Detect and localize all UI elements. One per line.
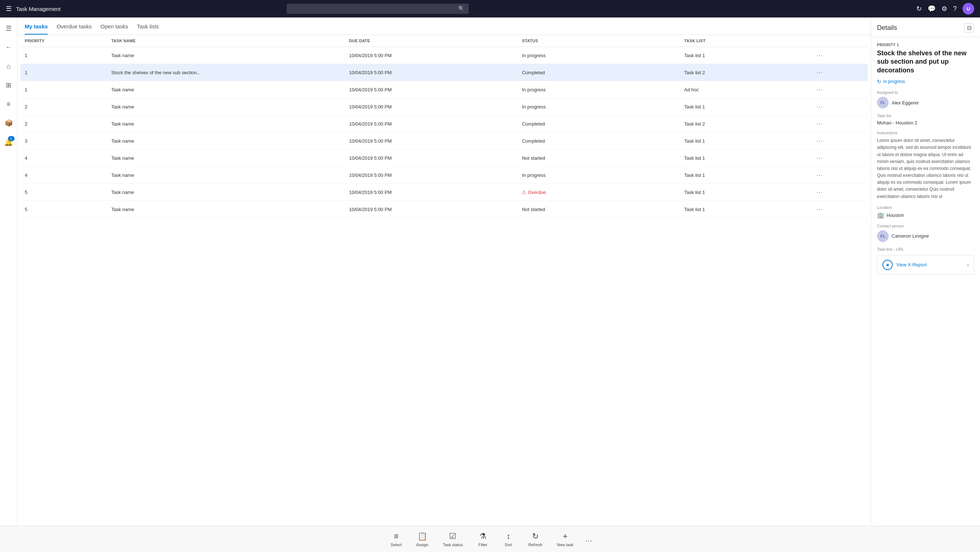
row-name: Task name bbox=[107, 167, 345, 184]
row-menu-cell: ⋯ bbox=[810, 167, 868, 184]
row-task-list: Task list 1 bbox=[680, 167, 809, 184]
row-name: Task name bbox=[107, 115, 345, 132]
row-menu-button[interactable]: ⋯ bbox=[814, 188, 825, 197]
row-due-date: 10/04/2019 5:00 PM bbox=[345, 132, 517, 150]
task-panel: My tasks Overdue tasks Open tasks Task l… bbox=[18, 17, 871, 526]
col-header-priority: PRIORITY bbox=[21, 35, 107, 47]
row-menu-button[interactable]: ⋯ bbox=[814, 102, 825, 111]
table-row[interactable]: 4Task name10/04/2019 5:00 PMNot startedT… bbox=[21, 150, 868, 167]
table-row[interactable]: 3Task name10/04/2019 5:00 PMCompletedTas… bbox=[21, 132, 868, 150]
view-report-label: View X-Report bbox=[896, 262, 927, 267]
task-list-value: Mohan - Houston 2 bbox=[877, 120, 974, 126]
row-status: In progress bbox=[517, 81, 680, 98]
row-due-date: 10/04/2019 5:00 PM bbox=[345, 64, 517, 81]
row-name: Task name bbox=[107, 201, 345, 218]
row-menu-cell: ⋯ bbox=[810, 150, 868, 167]
toolbar-refresh[interactable]: ↻ Refresh bbox=[521, 529, 550, 550]
row-priority: 2 bbox=[21, 98, 107, 115]
table-row[interactable]: 5Task name10/04/2019 5:00 PM⚠OverdueTask… bbox=[21, 184, 868, 201]
sidebar-notification[interactable]: 🔔 bbox=[2, 135, 15, 148]
search-input[interactable] bbox=[287, 4, 469, 14]
bottom-toolbar: ≡ Select 📋 Assign ☑ Task status ⚗ Filter… bbox=[0, 526, 980, 552]
row-priority: 3 bbox=[21, 132, 107, 150]
avatar[interactable]: U bbox=[963, 3, 974, 14]
sidebar-apps[interactable]: ⊞ bbox=[2, 79, 15, 92]
instructions-label: Instructions bbox=[877, 130, 974, 135]
details-priority-label: PRIORITY 1 bbox=[877, 43, 974, 47]
details-title: Details bbox=[877, 24, 897, 32]
table-row[interactable]: 5Task name10/04/2019 5:00 PMNot startedT… bbox=[21, 201, 868, 218]
refresh-icon[interactable]: ↻ bbox=[916, 5, 922, 13]
row-status: ⚠Overdue bbox=[517, 184, 680, 201]
toolbar-more[interactable]: … bbox=[581, 532, 597, 546]
tab-overdue-tasks[interactable]: Overdue tasks bbox=[56, 23, 92, 35]
row-status: Completed bbox=[517, 115, 680, 132]
assigned-to-label: Assigned to bbox=[877, 90, 974, 95]
sidebar-hamburger[interactable]: ☰ bbox=[2, 22, 15, 35]
chevron-right-icon: › bbox=[967, 262, 969, 267]
sidebar-list[interactable]: ≡ bbox=[2, 97, 15, 111]
row-name: Task name bbox=[107, 98, 345, 115]
filter-icon: ⚗ bbox=[479, 531, 487, 541]
report-icon: ◉ bbox=[883, 260, 892, 270]
row-menu-button[interactable]: ⋯ bbox=[814, 119, 825, 129]
contact-avatar: FL bbox=[877, 230, 889, 242]
toolbar-select[interactable]: ≡ Select bbox=[383, 529, 409, 550]
row-menu-button[interactable]: ⋯ bbox=[814, 170, 825, 180]
view-report-button[interactable]: ◉ View X-Report › bbox=[877, 255, 974, 275]
toolbar-assign[interactable]: 📋 Assign bbox=[409, 529, 436, 550]
row-name: Task name bbox=[107, 47, 345, 64]
table-row[interactable]: 1Task name10/04/2019 5:00 PMIn progressA… bbox=[21, 81, 868, 98]
col-header-tasklist: TASK LIST bbox=[680, 35, 809, 47]
table-row[interactable]: 2Task name10/04/2019 5:00 PMCompletedTas… bbox=[21, 115, 868, 132]
row-due-date: 10/04/2019 5:00 PM bbox=[345, 115, 517, 132]
row-priority: 4 bbox=[21, 150, 107, 167]
view-report-left: ◉ View X-Report bbox=[883, 260, 927, 270]
tab-open-tasks[interactable]: Open tasks bbox=[100, 23, 128, 35]
table-row[interactable]: 1Task name10/04/2019 5:00 PMIn progressT… bbox=[21, 47, 868, 64]
row-menu-button[interactable]: ⋯ bbox=[814, 136, 825, 146]
toolbar-new-task[interactable]: + New task bbox=[549, 529, 581, 550]
help-icon[interactable]: ? bbox=[953, 5, 957, 13]
row-menu-button[interactable]: ⋯ bbox=[814, 205, 825, 214]
row-menu-button[interactable]: ⋯ bbox=[814, 85, 825, 94]
topbar: ☰ Task Management 🔍 ↻ 💬 ⚙ ? U bbox=[0, 0, 980, 17]
row-menu-button[interactable]: ⋯ bbox=[814, 153, 825, 163]
sidebar-back[interactable]: ← bbox=[2, 41, 15, 54]
table-row[interactable]: 1Stock the shelves of the new sub sectio… bbox=[21, 64, 868, 81]
tabs: My tasks Overdue tasks Open tasks Task l… bbox=[18, 17, 871, 35]
toolbar-sort[interactable]: ↕ Sort bbox=[496, 529, 521, 550]
tab-task-lists[interactable]: Task lists bbox=[137, 23, 159, 35]
sidebar-home[interactable]: ⌂ bbox=[2, 60, 15, 73]
row-task-list: Task list 1 bbox=[680, 98, 809, 115]
row-due-date: 10/04/2019 5:00 PM bbox=[345, 184, 517, 201]
row-name: Task name bbox=[107, 184, 345, 201]
chat-icon[interactable]: 💬 bbox=[928, 5, 935, 13]
col-header-date: DUE DATE bbox=[345, 35, 517, 47]
row-task-list: Task list 1 bbox=[680, 150, 809, 167]
row-task-list: Ad hoc bbox=[680, 81, 809, 98]
details-collapse-button[interactable]: ⊟ bbox=[964, 23, 974, 32]
row-menu-button[interactable]: ⋯ bbox=[814, 68, 825, 77]
sidebar-package[interactable]: 📦 bbox=[2, 116, 15, 130]
content-area: My tasks Overdue tasks Open tasks Task l… bbox=[18, 17, 980, 526]
row-menu-cell: ⋯ bbox=[810, 201, 868, 218]
location-icon: 🏢 bbox=[877, 212, 884, 219]
tab-my-tasks[interactable]: My tasks bbox=[25, 23, 48, 35]
toolbar-filter[interactable]: ⚗ Filter bbox=[470, 529, 496, 550]
refresh-label: Refresh bbox=[528, 542, 542, 547]
row-menu-button[interactable]: ⋯ bbox=[814, 51, 825, 60]
task-link-label: Task link - URL bbox=[877, 247, 974, 251]
row-menu-cell: ⋯ bbox=[810, 47, 868, 64]
row-status: Not started bbox=[517, 150, 680, 167]
table-row[interactable]: 4Task name10/04/2019 5:00 PMIn progressT… bbox=[21, 167, 868, 184]
menu-icon[interactable]: ☰ bbox=[6, 5, 12, 13]
row-menu-cell: ⋯ bbox=[810, 184, 868, 201]
col-header-status: STATUS bbox=[517, 35, 680, 47]
settings-icon[interactable]: ⚙ bbox=[942, 5, 947, 13]
row-priority: 4 bbox=[21, 167, 107, 184]
table-row[interactable]: 2Task name10/04/2019 5:00 PMIn progressT… bbox=[21, 98, 868, 115]
row-status: In progress bbox=[517, 47, 680, 64]
toolbar-task-status[interactable]: ☑ Task status bbox=[436, 529, 470, 550]
location-text: Houston bbox=[886, 213, 904, 218]
